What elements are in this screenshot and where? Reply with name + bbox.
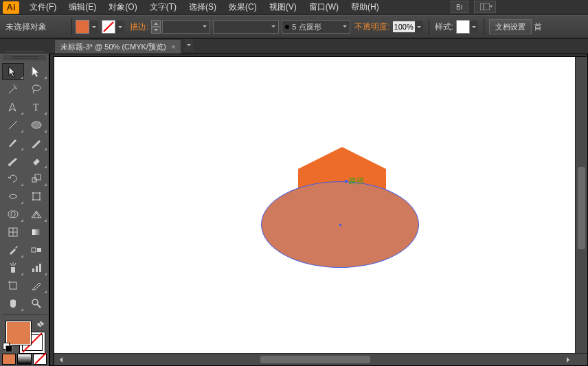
color-mode-row [0, 352, 49, 366]
shape-builder-tool[interactable] [2, 206, 24, 222]
color-mode-solid[interactable] [2, 354, 16, 365]
selection-tool[interactable] [2, 63, 24, 80]
svg-point-12 [32, 199, 34, 201]
anchor-point-icon [345, 180, 348, 183]
line-segment-tool[interactable] [2, 117, 24, 133]
swap-fill-stroke[interactable] [36, 319, 45, 329]
opacity-dropdown[interactable] [415, 21, 423, 33]
bridge-button[interactable]: Br [451, 1, 468, 13]
menu-help[interactable]: 帮助(H) [345, 0, 385, 14]
panel-grip[interactable] [0, 48, 49, 54]
scroll-right-button[interactable] [564, 354, 575, 365]
rotate-tool[interactable] [2, 170, 24, 187]
menu-edit[interactable]: 编辑(E) [63, 0, 102, 14]
blend-tool[interactable] [25, 242, 47, 258]
stroke-weight-field[interactable] [162, 20, 210, 34]
ellipse-center-point [339, 224, 341, 226]
svg-rect-24 [36, 266, 38, 272]
lasso-tool[interactable] [25, 81, 47, 98]
paintbrush-tool[interactable] [2, 135, 24, 151]
layout-icon [480, 3, 490, 10]
svg-rect-22 [11, 267, 15, 273]
menu-window[interactable]: 窗口(W) [303, 0, 345, 14]
gradient-tool[interactable] [25, 224, 47, 240]
fill-swatch[interactable] [76, 20, 89, 34]
divider [429, 19, 429, 35]
default-fill-stroke[interactable] [3, 343, 12, 352]
menu-file[interactable]: 文件(F) [23, 0, 63, 14]
stroke-label: 描边: [130, 21, 148, 33]
slice-tool[interactable] [25, 277, 47, 294]
menu-type[interactable]: 文字(T) [144, 0, 183, 14]
document-tab[interactable]: 未标题-3* @ 50% (CMYK/预览) × [55, 40, 181, 54]
fill-dropdown[interactable] [90, 21, 98, 33]
menu-object[interactable]: 对象(O) [102, 0, 143, 14]
artboard-tool[interactable] [2, 277, 24, 294]
stroke-swatch[interactable] [102, 20, 115, 34]
artboard[interactable]: 路径 [54, 57, 585, 364]
svg-rect-21 [37, 248, 41, 252]
tab-overflow-button[interactable] [185, 38, 193, 51]
shape-ellipse-selected[interactable] [261, 181, 419, 268]
pencil-tool[interactable] [25, 135, 47, 151]
scale-tool[interactable] [25, 170, 47, 187]
svg-point-5 [32, 122, 41, 128]
svg-rect-9 [33, 193, 40, 200]
svg-text:T: T [33, 102, 39, 113]
type-tool[interactable]: T [25, 99, 47, 115]
zoom-tool[interactable] [25, 295, 47, 312]
brush-dot-icon [285, 25, 289, 29]
stroke-profile-text: 点圆形 [299, 22, 321, 32]
eraser-tool[interactable] [25, 152, 47, 169]
app-logo: Ai [3, 1, 19, 14]
stroke-dropdown[interactable] [116, 21, 124, 33]
pen-tool[interactable] [2, 99, 24, 115]
stroke-weight-spinner[interactable] [151, 20, 161, 34]
column-graph-tool[interactable] [25, 260, 47, 276]
free-transform-tool[interactable] [25, 188, 47, 205]
vertical-scroll-thumb[interactable] [578, 167, 585, 249]
tools-panel-grip[interactable] [3, 55, 46, 60]
color-mode-none[interactable] [33, 354, 47, 365]
hand-tool[interactable] [2, 295, 24, 312]
graphic-style-dropdown[interactable] [470, 21, 478, 33]
style-label: 样式: [435, 21, 453, 33]
document-window: 路径 [49, 54, 588, 366]
graphic-style-swatch[interactable] [456, 20, 470, 34]
symbol-sprayer-tool[interactable] [2, 260, 24, 276]
divider [71, 19, 72, 35]
layout-picker[interactable] [474, 1, 496, 13]
horizontal-scroll-thumb[interactable] [260, 356, 370, 363]
tab-close-button[interactable]: × [172, 43, 176, 51]
color-mode-gradient[interactable] [17, 354, 31, 365]
svg-rect-8 [35, 174, 41, 180]
horizontal-scrollbar[interactable] [54, 353, 587, 365]
svg-rect-25 [39, 264, 41, 272]
svg-point-11 [39, 192, 41, 194]
menu-select[interactable]: 选择(S) [183, 0, 223, 14]
scroll-left-button[interactable] [54, 354, 65, 365]
opacity-field[interactable]: 100% [393, 21, 415, 32]
variable-width-profile[interactable] [213, 20, 279, 34]
tools-panel: T [0, 54, 49, 366]
magic-wand-tool[interactable] [2, 81, 24, 98]
document-setup-button[interactable]: 文档设置 [489, 19, 532, 34]
extra-label[interactable]: 首 [534, 21, 542, 33]
document-tab-title: 未标题-3* @ 50% (CMYK/预览) [60, 42, 166, 52]
menu-view[interactable]: 视图(V) [263, 0, 303, 14]
perspective-grid-tool[interactable] [25, 206, 47, 222]
svg-line-4 [9, 121, 17, 129]
ellipse-tool[interactable] [25, 117, 47, 133]
fill-color[interactable] [5, 321, 32, 345]
blob-brush-tool[interactable] [2, 152, 24, 169]
svg-line-30 [37, 304, 41, 308]
brush-definition[interactable]: 5 点圆形 [282, 20, 350, 34]
direct-selection-tool[interactable] [25, 63, 47, 80]
eyedropper-tool[interactable] [2, 242, 24, 258]
menu-effect[interactable]: 效果(C) [223, 0, 263, 14]
width-tool[interactable] [2, 188, 24, 205]
mesh-tool[interactable] [2, 224, 24, 240]
svg-point-10 [32, 192, 34, 194]
vertical-scrollbar[interactable] [575, 57, 587, 354]
smart-guide-label: 路径 [345, 176, 364, 186]
